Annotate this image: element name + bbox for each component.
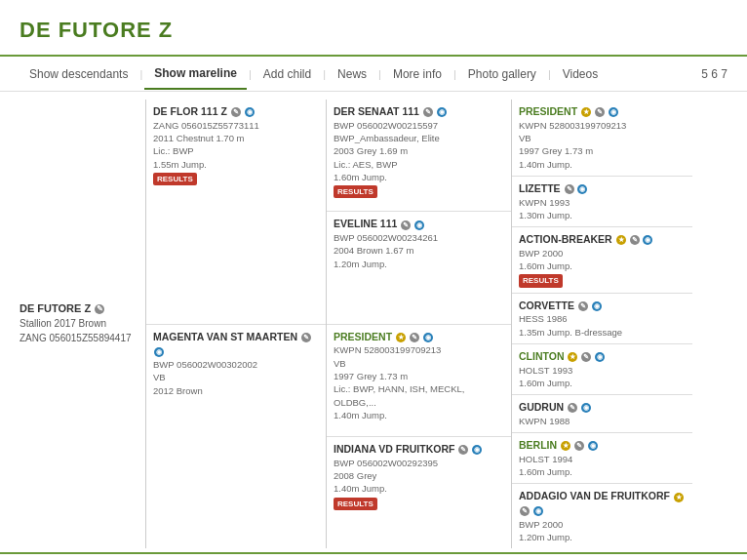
dss-cell: CLINTON ★ ✎ ◉ HOLST 1993 1.60m Jump. xyxy=(512,344,692,395)
dss-icon-e[interactable]: ✎ xyxy=(581,352,591,362)
sss-jump: 1.40m Jump. xyxy=(519,158,686,171)
dd-icon-e[interactable]: ✎ xyxy=(458,445,468,455)
sds-icon-g[interactable]: ★ xyxy=(616,235,626,245)
sss-icon-g[interactable]: ★ xyxy=(581,107,591,117)
dds-reg: HOLST 1994 xyxy=(519,453,686,465)
nav-photo-gallery[interactable]: Photo gallery xyxy=(458,60,546,89)
dds-name: BERLIN ★ ✎ ◉ xyxy=(519,438,686,453)
sire-lic: Lic.: BWP xyxy=(153,144,319,157)
sire-icon-e[interactable]: ✎ xyxy=(231,107,241,117)
subject-column: DE FUTORE Z ✎ Stallion 2017 Brown ZANG 0… xyxy=(0,100,146,548)
sd-icon-b[interactable]: ◉ xyxy=(414,220,424,230)
sds-results[interactable]: RESULTS xyxy=(519,274,563,287)
nav-sep-2: | xyxy=(249,68,252,80)
dds-icon-g[interactable]: ★ xyxy=(561,441,570,451)
ddd-icon-g[interactable]: ★ xyxy=(674,493,684,502)
ds-icon-g[interactable]: ★ xyxy=(396,333,406,342)
ds-icon-e[interactable]: ✎ xyxy=(410,333,419,342)
sdd-jump: 1.35m Jump. B-dressage xyxy=(519,326,686,339)
dds-icon-b[interactable]: ◉ xyxy=(588,441,598,451)
ss-icon-b[interactable]: ◉ xyxy=(437,107,447,117)
sire-dam-cell: EVELINE 111 ✎ ◉ BWP 056002W00234261 2004… xyxy=(327,212,511,324)
sire-sire-name: DER SENAAT 111 ✎ ◉ xyxy=(334,104,504,119)
dsd-reg: KWPN 1988 xyxy=(519,415,686,427)
sire-sire-lic: Lic.: AES, BWP xyxy=(334,158,504,171)
dsd-icon-b[interactable]: ◉ xyxy=(581,403,591,413)
dss-name: CLINTON ★ ✎ ◉ xyxy=(519,349,686,364)
dsd-icon-e[interactable]: ✎ xyxy=(568,403,577,413)
nav-show-mareline[interactable]: Show mareline xyxy=(144,59,247,90)
sire-sire-line2: 2003 Grey 1.69 m xyxy=(334,144,504,157)
nav-more-info[interactable]: More info xyxy=(383,60,452,89)
subject-line1: Stallion 2017 Brown xyxy=(20,316,138,331)
subject-edit-icon[interactable]: ✎ xyxy=(95,304,104,314)
sds-icon-e[interactable]: ✎ xyxy=(630,235,640,245)
ssd-icon-b[interactable]: ◉ xyxy=(577,184,587,194)
sire-sire-jump: 1.60m Jump. xyxy=(334,171,504,183)
ddd-cell: ADDAGIO VAN DE FRUITKORF ★ ✎ ◉ BWP 2000 … xyxy=(512,484,692,548)
dam-reg: BWP 056002W00302002 xyxy=(153,358,319,371)
dam-dam-name: INDIANA VD FRUITKORF ✎ ◉ xyxy=(334,442,504,457)
sd-icon-e[interactable]: ✎ xyxy=(401,220,411,230)
ddd-icon-e[interactable]: ✎ xyxy=(520,506,530,516)
dam-icon-e[interactable]: ✎ xyxy=(301,333,311,342)
dam-line1: VB xyxy=(153,371,319,383)
ssd-jump: 1.30m Jump. xyxy=(519,209,686,221)
sds-reg: BWP 2000 xyxy=(519,247,686,260)
dsd-cell: GUDRUN ✎ ◉ KWPN 1988 xyxy=(512,395,692,433)
dss-icon-g[interactable]: ★ xyxy=(568,352,577,362)
nav-sep-6: | xyxy=(548,68,551,80)
sdd-cell: CORVETTE ✎ ◉ HESS 1986 1.35m Jump. B-dre… xyxy=(512,294,692,344)
dam-dam-jump: 1.40m Jump. xyxy=(334,482,504,495)
dss-icon-b[interactable]: ◉ xyxy=(595,352,605,362)
sire-cell: DE FLOR 111 Z ✎ ◉ ZANG 056015Z55773111 2… xyxy=(146,100,326,325)
sire-sire-line1: BWP_Ambassadeur, Elite xyxy=(334,132,504,144)
dam-sire-lic: Lic.: BWP, HANN, ISH, MECKL, OLDBG,... xyxy=(334,382,504,409)
sds-name: ACTION-BREAKER ★ ✎ ◉ xyxy=(519,232,686,247)
sire-name: DE FLOR 111 Z ✎ ◉ xyxy=(153,104,319,119)
ddd-name: ADDAGIO VAN DE FRUITKORF ★ ✎ ◉ xyxy=(519,489,686,517)
dam-sire-jump: 1.40m Jump. xyxy=(334,409,504,421)
nav-news[interactable]: News xyxy=(328,60,376,89)
sire-sire-results[interactable]: RESULTS xyxy=(334,185,377,198)
ss-icon-e[interactable]: ✎ xyxy=(423,107,433,117)
nav-show-descendants[interactable]: Show descendants xyxy=(20,60,138,89)
sire-results[interactable]: RESULTS xyxy=(153,173,197,185)
dd-icon-b[interactable]: ◉ xyxy=(472,445,482,455)
sds-icon-b[interactable]: ◉ xyxy=(643,235,652,245)
nav-videos[interactable]: Videos xyxy=(553,60,608,89)
ddd-icon-b[interactable]: ◉ xyxy=(533,506,543,516)
ddd-jump: 1.20m Jump. xyxy=(519,531,686,543)
dds-icon-e[interactable]: ✎ xyxy=(574,441,584,451)
nav-add-child[interactable]: Add child xyxy=(254,60,321,89)
sdd-icon-e[interactable]: ✎ xyxy=(578,301,588,311)
ssd-icon-e[interactable]: ✎ xyxy=(565,184,574,194)
sss-icon-e[interactable]: ✎ xyxy=(595,107,605,117)
sire-sire-cell: DER SENAAT 111 ✎ ◉ BWP 056002W00215597 B… xyxy=(327,100,511,212)
sire-icon-b[interactable]: ◉ xyxy=(245,107,255,117)
ds-icon-b[interactable]: ◉ xyxy=(423,333,433,342)
sss-icon-b[interactable]: ◉ xyxy=(609,107,618,117)
grandparents-column: DER SENAAT 111 ✎ ◉ BWP 056002W00215597 B… xyxy=(327,100,512,548)
subject-name: DE FUTORE Z xyxy=(20,302,91,314)
parents-column: DE FLOR 111 Z ✎ ◉ ZANG 056015Z55773111 2… xyxy=(146,100,327,548)
dds-jump: 1.60m Jump. xyxy=(519,465,686,478)
sire-dam-line1: 2004 Brown 1.67 m xyxy=(334,244,504,257)
dam-icon-b[interactable]: ◉ xyxy=(154,347,164,357)
sdd-icon-b[interactable]: ◉ xyxy=(592,301,602,311)
dam-dam-results[interactable]: RESULTS xyxy=(334,498,377,510)
ssd-cell: LIZETTE ✎ ◉ KWPN 1993 1.30m Jump. xyxy=(512,177,692,227)
nav-sep-3: | xyxy=(323,68,326,80)
dam-dam-cell: INDIANA VD FRUITKORF ✎ ◉ BWP 056002W0029… xyxy=(327,437,511,548)
sss-line1: VB xyxy=(519,132,686,144)
sdd-reg: HESS 1986 xyxy=(519,312,686,325)
sss-name: PRESIDENT ★ ✎ ◉ xyxy=(519,104,686,119)
ssd-reg: KWPN 1993 xyxy=(519,196,686,209)
sss-reg: KWPN 528003199709213 xyxy=(519,119,686,132)
sds-cell: ACTION-BREAKER ★ ✎ ◉ BWP 2000 1.60m Jump… xyxy=(512,227,692,293)
pedigree-area: DE FLOR 111 Z ✎ ◉ ZANG 056015Z55773111 2… xyxy=(146,100,747,548)
dam-dam-line1: 2008 Grey xyxy=(334,469,504,482)
footer: 🌿 34.57% 🐴 INBREEDING COEFFICIENT xyxy=(0,552,747,560)
page-title: DE FUTORE Z xyxy=(20,18,727,43)
navigation: Show descendants | Show mareline | Add c… xyxy=(0,57,747,92)
